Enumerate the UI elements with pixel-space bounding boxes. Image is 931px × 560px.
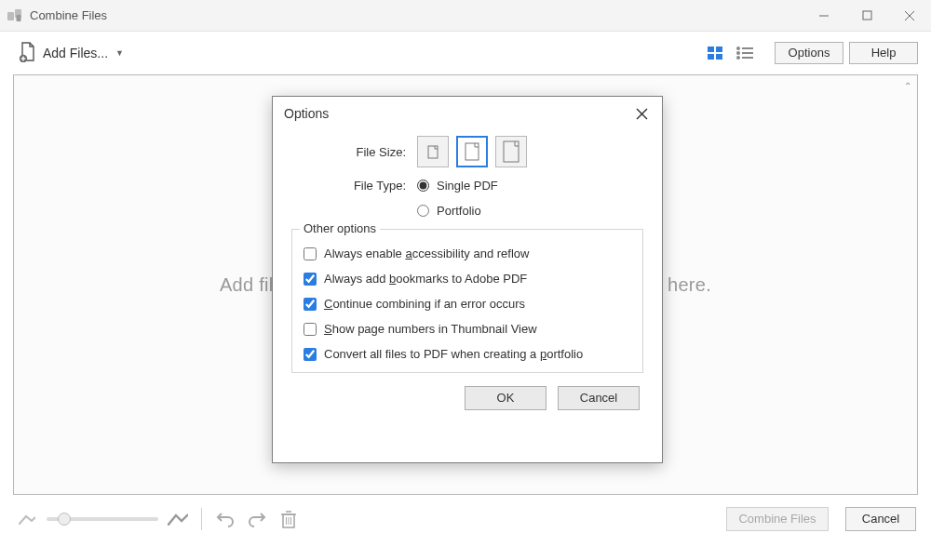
file-type-single-label: Single PDF	[437, 179, 498, 193]
file-size-options	[417, 136, 527, 167]
check-bookmarks-label: Always add bookmarks to Adobe PDF	[324, 272, 527, 286]
app-icon	[7, 7, 24, 24]
window-controls	[803, 0, 931, 32]
checkbox-input[interactable]	[304, 348, 317, 361]
file-size-large[interactable]	[495, 136, 527, 167]
add-file-icon	[19, 42, 37, 65]
main-toolbar: Add Files... ▼ Options Help	[0, 32, 931, 74]
svg-rect-30	[504, 141, 519, 162]
other-options-group: Other options Always enable accessibilit…	[291, 229, 643, 373]
svg-point-18	[736, 56, 740, 60]
radio-input[interactable]	[417, 205, 429, 217]
add-files-dropdown[interactable]: Add Files... ▼	[13, 38, 129, 69]
combine-files-button[interactable]: Combine Files	[726, 507, 829, 531]
file-type-portfolio-radio[interactable]: Portfolio	[417, 204, 481, 218]
view-mode-switch	[702, 42, 758, 64]
check-accessibility[interactable]: Always enable accessibility and reflow	[304, 247, 631, 260]
file-type-label: File Type:	[291, 179, 417, 193]
file-type-portfolio-label: Portfolio	[437, 204, 481, 218]
zoom-out-icon[interactable]	[15, 507, 39, 531]
check-pagenums-label: Show page numbers in Thumbnail View	[324, 322, 537, 336]
window-minimize-button[interactable]	[803, 0, 845, 32]
file-size-label: File Size:	[291, 145, 417, 159]
svg-rect-4	[863, 11, 871, 20]
zoom-in-icon[interactable]	[166, 507, 190, 531]
dialog-cancel-button[interactable]: Cancel	[558, 386, 640, 410]
check-pagenums[interactable]: Show page numbers in Thumbnail View	[304, 322, 631, 336]
thumbnail-view-button[interactable]	[702, 42, 728, 64]
window-maximize-button[interactable]	[845, 0, 888, 32]
checkbox-input[interactable]	[304, 247, 317, 260]
svg-rect-13	[716, 54, 722, 60]
chevron-down-icon: ▼	[115, 48, 124, 58]
svg-rect-28	[428, 146, 438, 158]
add-files-label: Add Files...	[43, 46, 108, 60]
svg-rect-0	[7, 12, 14, 20]
svg-rect-19	[742, 57, 753, 59]
scroll-up-icon: ⌃	[904, 81, 911, 91]
options-button[interactable]: Options	[775, 42, 843, 64]
file-size-medium[interactable]	[456, 136, 488, 167]
vertical-scrollbar[interactable]: ⌃	[900, 75, 915, 494]
thumbnail-size-slider[interactable]	[47, 517, 158, 521]
options-dialog: Options File Size: File Type:	[272, 96, 663, 463]
check-convert-label: Convert all files to PDF when creating a…	[324, 347, 583, 361]
check-continue-label: Continue combining if an error occurs	[324, 297, 525, 311]
file-size-small[interactable]	[417, 136, 449, 167]
window-title: Combine Files	[30, 8, 803, 22]
check-accessibility-label: Always enable accessibility and reflow	[324, 247, 529, 260]
checkbox-input[interactable]	[304, 273, 317, 286]
redo-button[interactable]	[245, 507, 269, 531]
svg-rect-15	[742, 47, 753, 49]
file-type-single-radio[interactable]: Single PDF	[417, 179, 498, 193]
window-close-button[interactable]	[888, 0, 931, 32]
undo-button[interactable]	[213, 507, 237, 531]
svg-point-14	[736, 47, 740, 50]
window-titlebar: Combine Files	[0, 0, 931, 32]
svg-rect-12	[708, 54, 714, 60]
svg-point-16	[736, 51, 740, 55]
slider-thumb[interactable]	[58, 513, 71, 526]
list-view-button[interactable]	[732, 42, 758, 64]
help-button[interactable]: Help	[849, 42, 918, 64]
check-bookmarks[interactable]: Always add bookmarks to Adobe PDF	[304, 272, 631, 286]
other-options-title: Other options	[300, 221, 380, 235]
check-continue[interactable]: Continue combining if an error occurs	[304, 297, 631, 311]
checkbox-input[interactable]	[304, 323, 317, 336]
svg-rect-29	[466, 143, 479, 160]
dialog-title: Options	[273, 97, 662, 130]
checkbox-input[interactable]	[304, 298, 317, 311]
divider	[201, 508, 202, 530]
bottom-toolbar: Combine Files Cancel	[0, 495, 931, 543]
cancel-button[interactable]: Cancel	[845, 507, 916, 531]
svg-rect-2	[17, 15, 21, 21]
dialog-ok-button[interactable]: OK	[465, 386, 546, 410]
dialog-close-button[interactable]	[628, 102, 654, 125]
check-convert[interactable]: Convert all files to PDF when creating a…	[304, 347, 631, 361]
svg-rect-17	[742, 52, 753, 54]
svg-rect-11	[716, 47, 722, 52]
svg-rect-10	[708, 47, 714, 52]
radio-input[interactable]	[417, 180, 429, 192]
delete-button[interactable]	[277, 507, 301, 531]
